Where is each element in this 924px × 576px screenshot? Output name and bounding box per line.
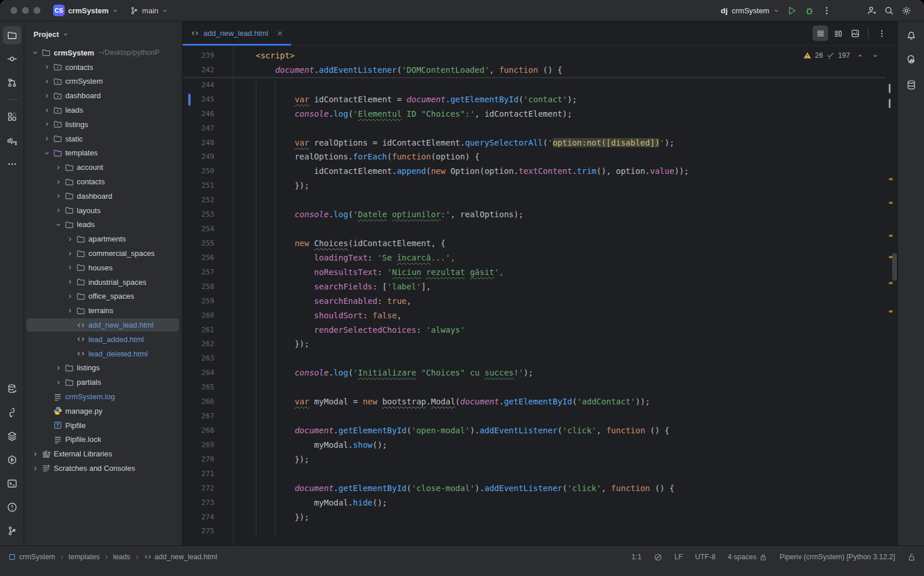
code-line-242[interactable]: 242 document.addEventListener('DOMConten… [182, 63, 886, 77]
tree-item-crmsystem[interactable]: crmSystem [24, 75, 182, 89]
chevron-right-icon[interactable] [53, 193, 63, 199]
code-line-255[interactable]: 255 new Choices(idContactElement, { [182, 236, 886, 251]
chevron-right-icon[interactable] [65, 279, 74, 285]
chevron-right-icon[interactable] [30, 451, 40, 457]
code-line-247[interactable]: 247 [182, 121, 886, 136]
tree-item-lead-added-html[interactable]: lead_added.html [24, 332, 182, 347]
breadcrumb-item-add-new-lead-html[interactable]: add_new_lead.html [144, 553, 217, 561]
code-line-244[interactable]: 244 [182, 77, 886, 92]
code-line-248[interactable]: 248 var realOptions = idContactElement.q… [182, 136, 886, 150]
code-line-259[interactable]: 259 searchEnabled: true, [182, 294, 886, 309]
tool-window-button-terminal[interactable] [3, 474, 21, 493]
status-widget-file-writable[interactable] [907, 553, 916, 562]
code-line-267[interactable]: 267 [182, 409, 886, 423]
tree-item-crmsystem-log[interactable]: crmSystem.log [24, 389, 182, 404]
tool-window-button-run-tool[interactable] [3, 451, 21, 469]
breadcrumb-item-leads[interactable]: leads [113, 553, 131, 561]
tree-item-listings[interactable]: listings [24, 361, 182, 376]
breadcrumb-item-templates[interactable]: templates [69, 553, 100, 561]
maximize-window-button[interactable] [33, 7, 40, 14]
tree-item-account[interactable]: account [24, 160, 182, 174]
status-widget-indent-style[interactable]: 4 spaces [728, 553, 767, 562]
tree-item-dashboard[interactable]: dashboard [24, 88, 182, 103]
error-stripe-mark[interactable] [889, 178, 893, 180]
code-line-261[interactable]: 261 renderSelectedChoices: 'always' [182, 323, 886, 337]
tool-window-button-project[interactable] [3, 26, 21, 44]
chevron-right-icon[interactable] [53, 165, 63, 170]
chevron-right-icon[interactable] [65, 251, 74, 257]
code-line-269[interactable]: 269 myModal.show(); [182, 438, 886, 452]
code-line-264[interactable]: 264 console.log('Initializare "Choices" … [182, 366, 886, 380]
editor-view-button[interactable] [813, 25, 828, 41]
chevron-right-icon[interactable] [65, 308, 74, 314]
code-line-265[interactable]: 265 [182, 380, 886, 395]
tree-item-crmsystem[interactable]: crmSystem~/Desktop/pythonP [24, 46, 182, 60]
code-line-257[interactable]: 257 noResultsText: 'Niciun rezultat găsi… [182, 265, 886, 280]
code-line-266[interactable]: 266 var myModal = new bootstrap.Modal(do… [182, 395, 886, 409]
tool-window-button-database[interactable] [3, 380, 21, 398]
more-actions-button[interactable] [818, 2, 835, 19]
tree-item-pipfile-lock[interactable]: Pipfile.lock [24, 433, 182, 447]
code-line-268[interactable]: 268 document.getElementById('open-modal'… [182, 423, 886, 438]
status-widget-python-interpreter[interactable]: Pipenv (crmSystem) [Python 3.12.2] [780, 553, 895, 561]
chevron-right-icon[interactable] [65, 236, 74, 242]
search-everywhere-button[interactable] [880, 2, 897, 19]
previous-problem-button[interactable] [855, 50, 865, 61]
chevron-right-icon[interactable] [53, 207, 63, 213]
tree-item-contacts[interactable]: contacts [24, 174, 182, 189]
chevron-right-icon[interactable] [42, 121, 51, 127]
code-line-246[interactable]: 246 console.log('Elementul ID "Choices":… [182, 107, 886, 121]
chevron-right-icon[interactable] [42, 93, 51, 99]
split-preview-button[interactable] [830, 25, 845, 41]
run-button[interactable] [783, 2, 800, 19]
tree-item-contacts[interactable]: contacts [24, 60, 182, 75]
tool-window-button-pull-requests[interactable] [3, 73, 21, 92]
tree-item-templates[interactable]: templates [24, 146, 182, 161]
chevron-right-icon[interactable] [53, 365, 63, 371]
code-line-271[interactable]: 271 [182, 467, 886, 481]
tree-item-listings[interactable]: listings [24, 117, 182, 132]
error-stripe-mark[interactable] [889, 99, 891, 108]
code-line-270[interactable]: 270 }); [182, 452, 886, 467]
tree-item-office-spaces[interactable]: office_spaces [24, 289, 182, 304]
tree-item-terrains[interactable]: terrains [24, 303, 182, 318]
error-stripe-mark[interactable] [889, 84, 891, 93]
tree-item-manage-py[interactable]: manage.py [24, 404, 182, 418]
minimize-window-button[interactable] [22, 7, 29, 14]
chevron-down-icon[interactable] [42, 150, 51, 156]
chevron-right-icon[interactable] [30, 466, 40, 471]
chevron-right-icon[interactable] [65, 265, 74, 270]
code-line-262[interactable]: 262 }); [182, 337, 886, 351]
tool-window-button-more-tools[interactable] [3, 155, 21, 173]
status-widget-highlight-level[interactable] [654, 553, 662, 562]
tree-item-partials[interactable]: partials [24, 375, 182, 389]
tree-item-static[interactable]: static [24, 132, 182, 146]
tree-item-lead-deleted-html[interactable]: lead_deleted.html [24, 347, 182, 361]
chevron-right-icon[interactable] [42, 107, 51, 113]
code-line-239[interactable]: 239 <script> [182, 49, 886, 63]
tab-add-new-lead[interactable]: add_new_lead.html ✕ [182, 21, 291, 45]
tool-window-button-services[interactable] [3, 427, 21, 445]
status-widget-caret-position[interactable]: 1:1 [631, 553, 641, 561]
code-line-245[interactable]: 245 var idContactElement = document.getE… [182, 92, 886, 107]
tree-item-external-libraries[interactable]: External Libraries [24, 447, 182, 461]
code-line-253[interactable]: 253 console.log('Datele optiunilor:', re… [182, 207, 886, 222]
error-stripe-mark[interactable] [889, 310, 893, 313]
chevron-right-icon[interactable] [42, 64, 51, 70]
tool-window-button-python-packages[interactable] [3, 403, 21, 422]
close-tab-icon[interactable]: ✕ [275, 28, 285, 39]
preview-button[interactable] [847, 25, 863, 41]
code-line-258[interactable]: 258 searchFields: ['label'], [182, 280, 886, 294]
code-line-272[interactable]: 272 document.getElementById('close-modal… [182, 481, 886, 496]
chevron-right-icon[interactable] [42, 79, 51, 84]
status-widget-line-separator[interactable]: LF [675, 553, 683, 561]
tool-window-button-structure[interactable] [3, 107, 21, 126]
tool-window-button-commit[interactable] [3, 50, 21, 68]
error-stripe-mark[interactable] [889, 202, 893, 204]
tool-window-button-database-tool[interactable] [902, 76, 921, 94]
editor-options-button[interactable] [874, 25, 889, 41]
code-line-263[interactable]: 263 [182, 351, 886, 366]
breadcrumb-item-crmsystem[interactable]: crmSystem [8, 553, 55, 561]
code-line-251[interactable]: 251 }); [182, 179, 886, 193]
error-stripe-mark[interactable] [889, 235, 893, 237]
